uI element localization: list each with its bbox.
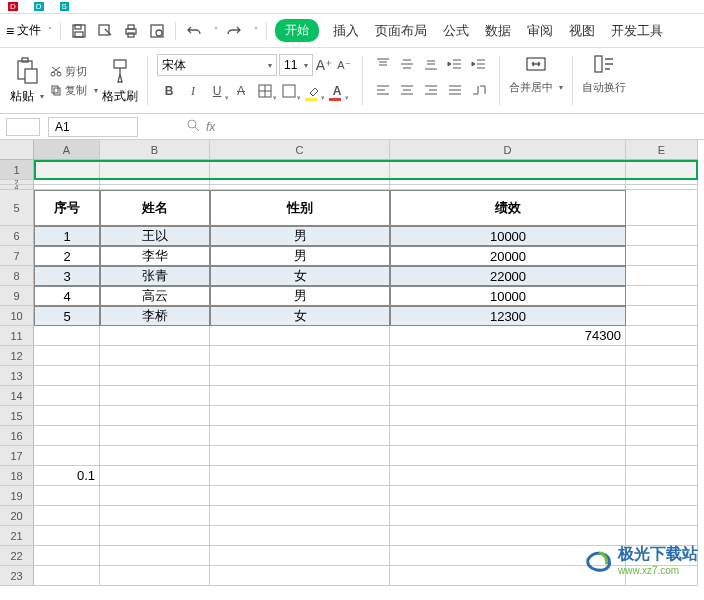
cell[interactable]: 王以: [100, 226, 210, 246]
paste-label[interactable]: 粘贴▾: [10, 88, 44, 105]
col-header[interactable]: C: [210, 140, 390, 160]
outline-toggle[interactable]: [6, 118, 40, 136]
doc-tab[interactable]: D: [0, 0, 26, 13]
align-left-icon[interactable]: [372, 80, 394, 100]
col-header[interactable]: E: [626, 140, 698, 160]
spreadsheet-grid[interactable]: 1 ⇕2 4 5 6 7 8 9 10 11 12 13 14 15 16 17…: [0, 140, 704, 586]
cell[interactable]: [34, 160, 100, 180]
row-header[interactable]: 20: [0, 506, 34, 526]
row-header[interactable]: 21: [0, 526, 34, 546]
row-header[interactable]: 19: [0, 486, 34, 506]
table-row[interactable]: [34, 160, 704, 180]
tab-view[interactable]: 视图: [569, 22, 595, 40]
underline-button[interactable]: U: [205, 80, 229, 102]
table-row[interactable]: 4 高云 男 10000: [34, 286, 704, 306]
redo-icon[interactable]: [224, 21, 244, 41]
header-cell[interactable]: 绩效: [390, 190, 626, 226]
print-icon[interactable]: [121, 21, 141, 41]
cell[interactable]: [210, 160, 390, 180]
strikethrough-button[interactable]: A: [229, 80, 253, 102]
increase-font-icon[interactable]: A⁺: [315, 54, 333, 76]
cell[interactable]: [390, 466, 626, 486]
cell[interactable]: 女: [210, 306, 390, 326]
select-all-corner[interactable]: [0, 140, 34, 160]
cell[interactable]: [626, 266, 698, 286]
table-row[interactable]: 1 王以 男 10000: [34, 226, 704, 246]
border-button[interactable]: [253, 80, 277, 102]
bold-button[interactable]: B: [157, 80, 181, 102]
cell[interactable]: [210, 326, 390, 346]
col-header[interactable]: B: [100, 140, 210, 160]
font-size-select[interactable]: 11▾: [279, 54, 313, 76]
tab-formula[interactable]: 公式: [443, 22, 469, 40]
align-bottom-icon[interactable]: [420, 54, 442, 74]
cell[interactable]: 10000: [390, 286, 626, 306]
doc-tab[interactable]: D: [26, 0, 52, 13]
cell[interactable]: 男: [210, 246, 390, 266]
save-as-icon[interactable]: [95, 21, 115, 41]
cell[interactable]: [100, 466, 210, 486]
col-header[interactable]: A: [34, 140, 100, 160]
row-header[interactable]: 15: [0, 406, 34, 426]
print-preview-icon[interactable]: [147, 21, 167, 41]
cell[interactable]: [626, 306, 698, 326]
cell[interactable]: 张青: [100, 266, 210, 286]
row-header[interactable]: 16: [0, 426, 34, 446]
cell[interactable]: [100, 326, 210, 346]
cell[interactable]: 5: [34, 306, 100, 326]
header-cell[interactable]: 性别: [210, 190, 390, 226]
merge-cells-icon[interactable]: [524, 52, 548, 78]
wrap-label[interactable]: 自动换行: [582, 80, 626, 95]
cell[interactable]: [210, 466, 390, 486]
cell[interactable]: [626, 160, 698, 180]
col-header[interactable]: D: [390, 140, 626, 160]
table-row[interactable]: 2 李华 男 20000: [34, 246, 704, 266]
cell[interactable]: [626, 286, 698, 306]
cell[interactable]: 1: [34, 226, 100, 246]
header-cell[interactable]: 姓名: [100, 190, 210, 226]
font-color-button[interactable]: A: [325, 80, 349, 102]
cell[interactable]: 12300: [390, 306, 626, 326]
row-header[interactable]: 18: [0, 466, 34, 486]
cell[interactable]: [626, 246, 698, 266]
save-icon[interactable]: [69, 21, 89, 41]
align-right-icon[interactable]: [420, 80, 442, 100]
copy-button[interactable]: 复制▾: [50, 81, 98, 99]
cell[interactable]: 22000: [390, 266, 626, 286]
undo-icon[interactable]: [184, 21, 204, 41]
decrease-font-icon[interactable]: A⁻: [335, 54, 353, 76]
tab-start[interactable]: 开始: [275, 19, 319, 42]
row-header[interactable]: 7: [0, 246, 34, 266]
row-header[interactable]: 12: [0, 346, 34, 366]
cell[interactable]: [100, 160, 210, 180]
row-header[interactable]: 14: [0, 386, 34, 406]
header-cell[interactable]: 序号: [34, 190, 100, 226]
name-box[interactable]: A1: [48, 117, 138, 137]
cell[interactable]: [34, 326, 100, 346]
borders-all-button[interactable]: [277, 80, 301, 102]
row-header[interactable]: ⇕2: [0, 180, 34, 185]
paste-icon[interactable]: [14, 56, 40, 86]
align-top-icon[interactable]: [372, 54, 394, 74]
tab-devtools[interactable]: 开发工具: [611, 22, 663, 40]
chevron-down-icon[interactable]: ˅: [254, 26, 258, 35]
row-header[interactable]: 13: [0, 366, 34, 386]
tab-page-layout[interactable]: 页面布局: [375, 22, 427, 40]
font-family-select[interactable]: 宋体▾: [157, 54, 277, 76]
cell[interactable]: 女: [210, 266, 390, 286]
cell[interactable]: 男: [210, 226, 390, 246]
cut-button[interactable]: 剪切: [50, 62, 98, 80]
merge-label[interactable]: 合并居中▾: [509, 80, 563, 95]
cell[interactable]: 0.1: [34, 466, 100, 486]
format-painter-icon[interactable]: [109, 56, 131, 86]
doc-tab[interactable]: S: [52, 0, 77, 13]
table-row[interactable]: 74300: [34, 326, 704, 346]
table-row[interactable]: 0.1: [34, 466, 704, 486]
table-row[interactable]: 5 李桥 女 12300: [34, 306, 704, 326]
cell[interactable]: [626, 190, 698, 226]
row-header[interactable]: 22: [0, 546, 34, 566]
chevron-down-icon[interactable]: ˅: [214, 26, 218, 35]
fx-label[interactable]: fx: [206, 120, 215, 134]
row-header[interactable]: 5: [0, 190, 34, 226]
row-header[interactable]: 23: [0, 566, 34, 586]
